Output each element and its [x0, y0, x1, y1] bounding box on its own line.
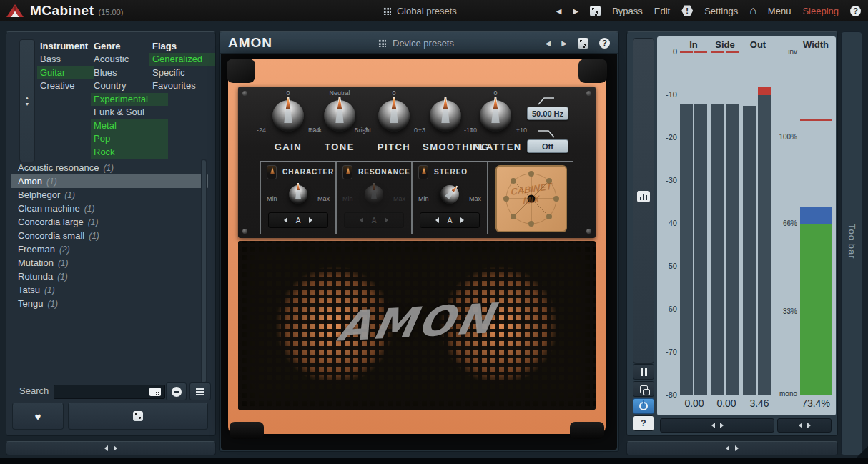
global-presets-button[interactable]: Global presets [383, 0, 457, 21]
meter-bar-in-r[interactable] [694, 51, 707, 395]
width-scroll-handle[interactable] [777, 418, 832, 433]
toolbar-strip[interactable]: Toolbar [841, 31, 862, 455]
preset-row[interactable]: Clean machine(1) [11, 202, 208, 215]
meter-power-button[interactable] [633, 398, 654, 414]
random-device-preset-icon[interactable] [578, 38, 588, 49]
app-version: (15.00) [99, 8, 124, 16]
list-menu-button[interactable] [189, 382, 211, 400]
resonance-toggle[interactable] [342, 165, 352, 179]
stereo-ab-selector[interactable]: A [420, 212, 480, 228]
search-input[interactable] [54, 385, 165, 399]
filter-item[interactable]: Generalized [149, 53, 215, 66]
cabinet-mix-pad[interactable]: CABINETMIX [495, 165, 567, 232]
meter-bar-in-l[interactable] [680, 51, 693, 395]
prev-icon[interactable] [284, 217, 287, 223]
ab-value: A [296, 217, 301, 224]
preset-row[interactable]: Tatsu(1) [11, 283, 208, 297]
meter-bar-side-l[interactable] [711, 51, 724, 395]
meter-display: In Side Out Width 0 -10 -20 -30 -40 -50 … [657, 36, 836, 415]
meter-bar-out-r[interactable] [758, 51, 771, 395]
preset-row[interactable]: Concordia small(1) [11, 229, 208, 242]
top-bar: MCabinet (15.00) Global presets ◀ ▶ Bypa… [0, 0, 868, 21]
keyboard-icon[interactable] [149, 388, 161, 396]
stereo-knob[interactable] [437, 182, 463, 208]
preset-count: (1) [103, 163, 114, 173]
home-icon[interactable]: ⌂ [749, 5, 756, 16]
preset-row[interactable]: Freeman(2) [11, 242, 208, 256]
prev-preset-button[interactable]: ◀ [556, 7, 562, 15]
meter-bar-out-l[interactable] [743, 51, 756, 395]
preset-row[interactable]: Rotunda(1) [11, 270, 208, 283]
help-icon[interactable]: ? [850, 6, 861, 16]
character-toggle[interactable] [267, 165, 277, 179]
filter-item[interactable]: Experimental [91, 93, 168, 107]
prev-device-preset-button[interactable]: ◀ [546, 39, 551, 47]
bypass-button[interactable]: Bypass [612, 6, 643, 16]
preset-count: (1) [88, 217, 99, 227]
filter-item[interactable]: Rock [91, 146, 168, 159]
lowpass-button[interactable]: Off [527, 139, 568, 153]
character-knob[interactable] [289, 185, 307, 204]
grid-icon [378, 39, 386, 47]
filter-item[interactable]: Favourites [149, 79, 215, 93]
sleeping-status[interactable]: Sleeping [802, 6, 839, 16]
min-label: Min [418, 195, 429, 202]
right-panel-resize-handle[interactable] [626, 441, 838, 455]
preset-row[interactable]: Belphegor(1) [11, 188, 208, 202]
meter-bar-side-r[interactable] [726, 51, 739, 395]
next-icon[interactable] [460, 217, 464, 223]
flatten-knob[interactable] [480, 100, 511, 132]
menu-button[interactable]: Menu [768, 6, 791, 16]
next-device-preset-button[interactable]: ▶ [561, 39, 567, 47]
left-panel-resize-handle[interactable] [6, 441, 216, 455]
filter-item[interactable]: Creative [37, 79, 94, 93]
resonance-section: RESONANCE Min Max A [337, 162, 411, 234]
prev-icon[interactable] [435, 217, 439, 223]
device-help-icon[interactable]: ? [599, 38, 610, 49]
preset-row[interactable]: Tengu(1) [11, 297, 208, 310]
random-button[interactable] [68, 403, 208, 430]
scrollbar-thumb[interactable] [202, 160, 206, 382]
meter-pause-button[interactable] [633, 364, 654, 380]
edit-button[interactable]: Edit [654, 6, 670, 16]
filter-item[interactable]: Bass [37, 53, 94, 66]
highpass-button[interactable]: 50.00 Hz [527, 107, 568, 120]
pitch-knob[interactable] [378, 100, 410, 132]
meter-help-button[interactable]: ? [633, 415, 654, 431]
min-label: Min [267, 195, 277, 202]
pause-icon [641, 368, 647, 376]
meter-scroll-handle[interactable] [660, 418, 774, 433]
filter-item[interactable]: Metal [91, 119, 168, 133]
browser-scroll-strip[interactable]: ▲ ▼ [19, 39, 35, 162]
pitch-knob-group: 0 -3 +3 PITCH [371, 89, 417, 152]
settings-button[interactable]: Settings [704, 6, 738, 16]
meter-header-in: In [689, 39, 698, 50]
width-meter[interactable] [800, 51, 832, 395]
preset-row-selected[interactable]: Amon(1) [11, 174, 208, 188]
filter-item[interactable]: Funk & Soul [91, 106, 168, 119]
character-ab-selector[interactable]: A [268, 212, 328, 228]
preset-row[interactable]: Acoustic resonance(1) [11, 161, 208, 174]
filter-item[interactable]: Guitar [37, 66, 94, 80]
device-presets-button[interactable]: Device presets [378, 32, 454, 54]
next-preset-button[interactable]: ▶ [573, 7, 578, 15]
favourite-button[interactable]: ♥ [12, 403, 64, 430]
gain-knob[interactable] [272, 100, 304, 132]
window-resize-grip[interactable] [857, 446, 868, 458]
smoothing-knob[interactable] [430, 100, 461, 132]
resonance-knob[interactable] [365, 185, 383, 204]
clear-filters-button[interactable] [166, 382, 187, 400]
tone-knob[interactable] [324, 100, 355, 132]
histogram-icon[interactable] [637, 191, 650, 202]
pad-cursor[interactable] [528, 195, 536, 203]
preset-row[interactable]: Concordia large(1) [11, 215, 208, 229]
width-tick: 66% [771, 219, 797, 227]
knob-min-label: -3 [363, 127, 368, 134]
warning-icon[interactable]: ! [681, 5, 693, 16]
next-icon[interactable] [309, 217, 312, 223]
preset-row[interactable]: Mutation(1) [11, 256, 208, 270]
filter-item[interactable]: Specific [149, 66, 215, 80]
stereo-toggle[interactable] [418, 165, 428, 179]
filter-item[interactable]: Pop [91, 132, 168, 146]
random-preset-icon[interactable] [590, 6, 601, 16]
